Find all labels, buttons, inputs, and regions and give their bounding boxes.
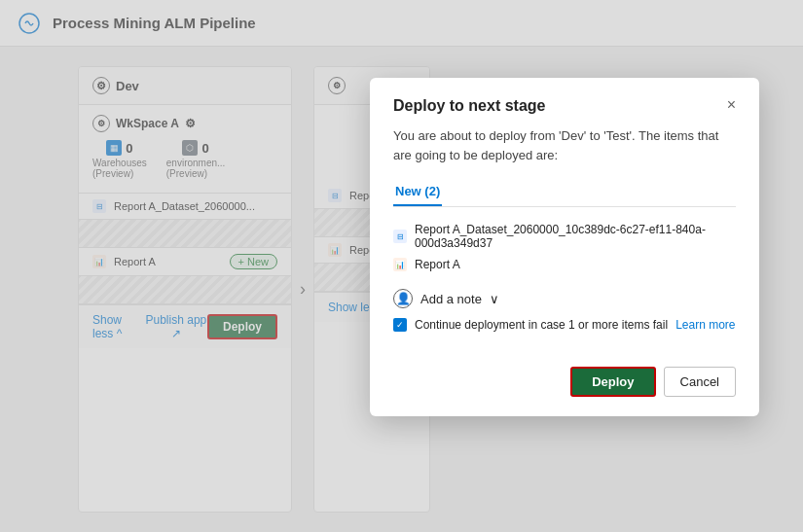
- modal-deploy-button[interactable]: Deploy: [570, 367, 655, 397]
- modal-body: You are about to deploy from 'Dev' to 'T…: [370, 126, 759, 367]
- add-note-icon: 👤: [393, 289, 413, 308]
- continue-label: Continue deployment in case 1 or more it…: [415, 318, 668, 332]
- deploy-modal: Deploy to next stage × You are about to …: [370, 78, 759, 416]
- add-note-chevron: ∨: [490, 292, 499, 306]
- add-note-label: Add a note: [420, 292, 482, 306]
- new-tab[interactable]: New (2): [393, 178, 442, 206]
- modal-header: Deploy to next stage ×: [370, 78, 759, 126]
- modal-close-button[interactable]: ×: [727, 97, 736, 113]
- modal-cancel-button[interactable]: Cancel: [664, 367, 736, 397]
- modal-footer: Deploy Cancel: [370, 367, 759, 416]
- modal-report-label: Report A: [415, 258, 460, 271]
- modal-dataset-icon: ⊟: [393, 230, 407, 243]
- modal-dataset-row: ⊟ Report A_Dataset_2060000_10c389dc-6c27…: [393, 219, 736, 254]
- modal-dataset-label: Report A_Dataset_2060000_10c389dc-6c27-e…: [415, 223, 736, 250]
- modal-description: You are about to deploy from 'Dev' to 'T…: [393, 126, 736, 164]
- continue-row: ✓ Continue deployment in case 1 or more …: [393, 318, 736, 332]
- continue-checkbox[interactable]: ✓: [393, 318, 407, 332]
- add-note-row[interactable]: 👤 Add a note ∨: [393, 289, 736, 308]
- modal-report-icon: 📊: [393, 258, 407, 271]
- modal-report-row: 📊 Report A: [393, 254, 736, 275]
- modal-title: Deploy to next stage: [393, 97, 545, 115]
- modal-tab-bar: New (2): [393, 178, 736, 207]
- learn-more-link[interactable]: Learn more: [675, 318, 735, 332]
